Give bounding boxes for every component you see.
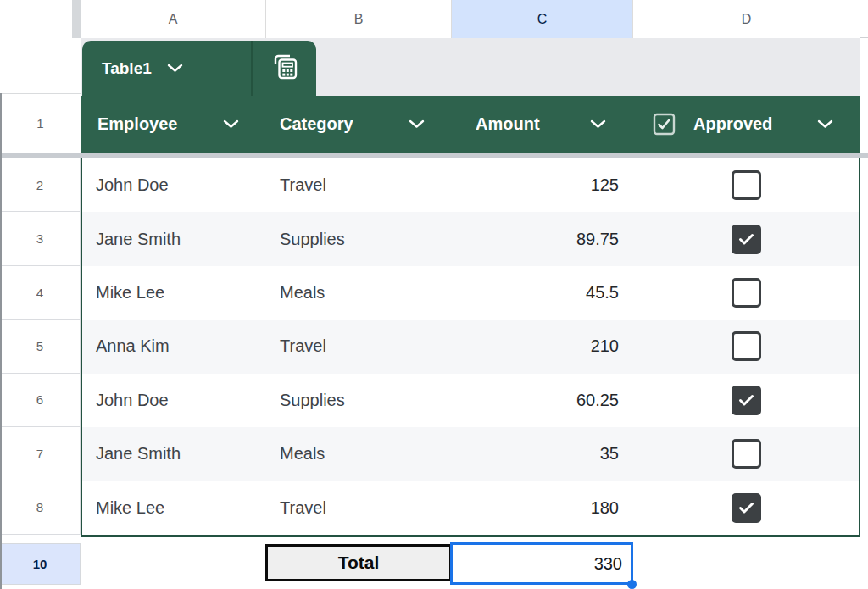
gutter-divider (72, 0, 81, 38)
header-amount-dropdown[interactable]: Amount (452, 96, 633, 153)
calculator-icon (269, 52, 301, 86)
table-body: John DoeTravel125Jane SmithSupplies89.75… (81, 158, 860, 535)
cell-employee[interactable]: Jane Smith (82, 212, 266, 265)
checkbox-unchecked[interactable] (732, 278, 761, 308)
chevron-down-icon[interactable] (409, 119, 425, 129)
table-row-2: John DoeTravel125 (82, 158, 859, 212)
row-header-6[interactable]: 6 (0, 374, 80, 427)
total-label-cell[interactable]: Total (265, 544, 452, 581)
header-employee-dropdown[interactable]: Employee (81, 96, 266, 153)
cell-category[interactable]: Travel (266, 320, 452, 373)
header-category-label: Category (280, 114, 353, 134)
header-approved-dropdown[interactable]: Approved (633, 96, 860, 153)
table-bottom-border (81, 535, 860, 537)
table-tab[interactable]: Table1 (82, 41, 316, 96)
table-options-button[interactable] (253, 41, 316, 96)
row-header-5[interactable]: 5 (0, 320, 80, 373)
checkbox-checked[interactable] (732, 386, 761, 415)
column-header-d[interactable]: D (633, 0, 860, 38)
row-header-1[interactable]: 1 (0, 93, 81, 153)
table-row-3: Jane SmithSupplies89.75 (82, 212, 859, 265)
cell-category[interactable]: Supplies (266, 212, 452, 265)
fill-handle[interactable] (627, 580, 637, 589)
select-all-corner[interactable] (0, 0, 72, 38)
checkbox-checked[interactable] (732, 225, 761, 254)
table-row-5: Anna KimTravel210 (82, 320, 859, 373)
cell-amount[interactable]: 89.75 (452, 212, 633, 265)
spreadsheet-screen: A B C D Table1 (0, 0, 868, 589)
cell-amount[interactable]: 35 (452, 427, 633, 481)
row-header-4[interactable]: 4 (0, 266, 80, 320)
cell-category[interactable]: Meals (266, 266, 452, 320)
cell-approved[interactable] (633, 158, 859, 212)
checkbox-unchecked[interactable] (732, 331, 761, 361)
cell-employee[interactable]: Anna Kim (82, 320, 266, 373)
header-amount-label: Amount (476, 114, 540, 134)
column-header-b[interactable]: B (266, 0, 452, 38)
cell-amount[interactable]: 45.5 (452, 266, 633, 320)
header-approved-label: Approved (693, 114, 772, 134)
cell-amount[interactable]: 180 (452, 481, 633, 535)
cell-approved[interactable] (633, 481, 859, 535)
cell-employee[interactable]: Mike Lee (82, 481, 266, 535)
row-header-7[interactable]: 7 (0, 427, 80, 481)
checkbox-unchecked[interactable] (732, 439, 761, 469)
cell-approved[interactable] (633, 427, 859, 481)
cell-category[interactable]: Supplies (266, 374, 452, 427)
row-header-2[interactable]: 2 (0, 158, 80, 212)
chevron-down-icon[interactable] (817, 119, 833, 129)
chevron-down-icon[interactable] (590, 119, 606, 129)
gutter-rows: 2345678 (0, 158, 81, 535)
cell-employee[interactable]: Mike Lee (82, 266, 266, 320)
cell-employee[interactable]: Jane Smith (82, 427, 266, 481)
table-name-label: Table1 (102, 59, 152, 78)
cell-approved[interactable] (633, 266, 859, 320)
cell-approved[interactable] (633, 374, 859, 427)
frozen-column-divider (0, 93, 2, 589)
cell-amount[interactable]: 125 (452, 158, 633, 212)
table-row-7: Jane SmithMeals35 (82, 427, 859, 481)
cell-amount[interactable]: 210 (452, 320, 633, 373)
header-category-dropdown[interactable]: Category (266, 96, 452, 153)
cell-category[interactable]: Travel (266, 158, 452, 212)
column-header-a[interactable]: A (81, 0, 266, 38)
row-header-10-selected[interactable]: 10 (0, 543, 81, 585)
column-header-c-selected[interactable]: C (452, 0, 633, 38)
cell-employee[interactable]: John Doe (82, 374, 266, 427)
cell-category[interactable]: Travel (266, 481, 452, 535)
cell-approved[interactable] (633, 212, 859, 265)
chevron-down-icon (167, 64, 183, 73)
chevron-down-icon[interactable] (223, 119, 239, 129)
table-name-menu[interactable]: Table1 (82, 41, 251, 96)
row-header-3[interactable]: 3 (0, 212, 80, 265)
cell-category[interactable]: Meals (266, 427, 452, 481)
cell-amount[interactable]: 60.25 (452, 374, 633, 427)
table-row-6: John DoeSupplies60.25 (82, 374, 859, 427)
checkbox-type-icon (653, 113, 676, 136)
table-row-4: Mike LeeMeals45.5 (82, 266, 859, 320)
header-employee-label: Employee (97, 114, 177, 134)
table-row-8: Mike LeeTravel180 (82, 481, 859, 535)
selected-cell-total-value[interactable]: 330 (450, 542, 633, 585)
row-header-8[interactable]: 8 (0, 481, 80, 535)
frozen-row-divider[interactable] (0, 153, 868, 158)
table-header-row: Employee Category Amount Appr (81, 96, 860, 153)
checkbox-unchecked[interactable] (732, 170, 761, 200)
cell-approved[interactable] (633, 320, 859, 373)
column-header-strip: A B C D (0, 0, 868, 38)
checkbox-checked[interactable] (732, 493, 761, 523)
cell-employee[interactable]: John Doe (82, 158, 266, 212)
